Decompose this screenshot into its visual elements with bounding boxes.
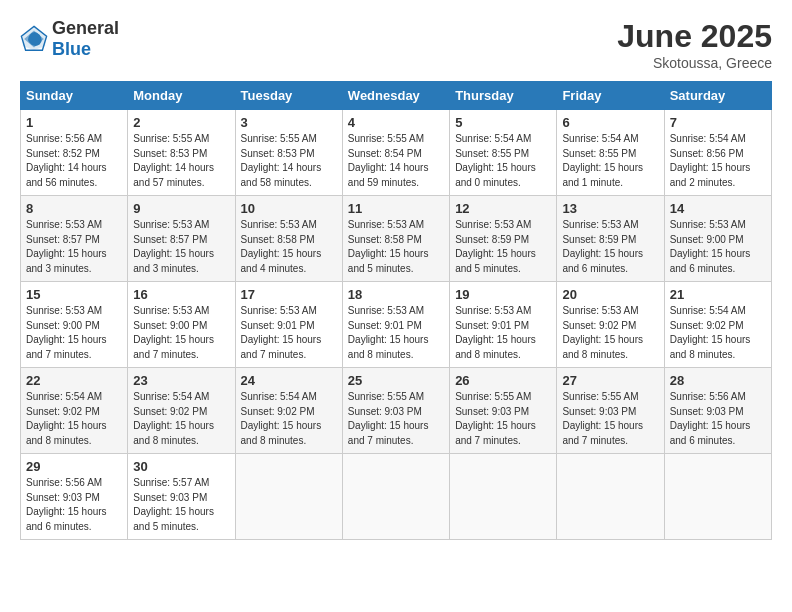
calendar-week-5: 29Sunrise: 5:56 AM Sunset: 9:03 PM Dayli… [21,454,772,540]
calendar-cell [342,454,449,540]
day-number: 10 [241,201,337,216]
day-number: 25 [348,373,444,388]
day-info: Sunrise: 5:55 AM Sunset: 9:03 PM Dayligh… [455,390,551,448]
calendar-cell: 16Sunrise: 5:53 AM Sunset: 9:00 PM Dayli… [128,282,235,368]
day-info: Sunrise: 5:54 AM Sunset: 8:55 PM Dayligh… [455,132,551,190]
day-info: Sunrise: 5:55 AM Sunset: 8:53 PM Dayligh… [133,132,229,190]
calendar-table: SundayMondayTuesdayWednesdayThursdayFrid… [20,81,772,540]
day-info: Sunrise: 5:53 AM Sunset: 8:59 PM Dayligh… [455,218,551,276]
day-number: 24 [241,373,337,388]
day-info: Sunrise: 5:55 AM Sunset: 8:53 PM Dayligh… [241,132,337,190]
calendar-cell: 5Sunrise: 5:54 AM Sunset: 8:55 PM Daylig… [450,110,557,196]
calendar-cell: 7Sunrise: 5:54 AM Sunset: 8:56 PM Daylig… [664,110,771,196]
calendar-cell: 21Sunrise: 5:54 AM Sunset: 9:02 PM Dayli… [664,282,771,368]
day-info: Sunrise: 5:53 AM Sunset: 8:59 PM Dayligh… [562,218,658,276]
day-info: Sunrise: 5:54 AM Sunset: 8:55 PM Dayligh… [562,132,658,190]
calendar-cell [235,454,342,540]
header: General Blue June 2025 Skotoussa, Greece [20,18,772,71]
calendar-cell: 26Sunrise: 5:55 AM Sunset: 9:03 PM Dayli… [450,368,557,454]
day-number: 30 [133,459,229,474]
calendar-cell: 8Sunrise: 5:53 AM Sunset: 8:57 PM Daylig… [21,196,128,282]
logo-blue: Blue [52,39,91,59]
day-header-thursday: Thursday [450,82,557,110]
day-info: Sunrise: 5:57 AM Sunset: 9:03 PM Dayligh… [133,476,229,534]
day-number: 23 [133,373,229,388]
calendar-cell: 9Sunrise: 5:53 AM Sunset: 8:57 PM Daylig… [128,196,235,282]
day-number: 19 [455,287,551,302]
day-number: 29 [26,459,122,474]
day-header-tuesday: Tuesday [235,82,342,110]
calendar-cell [450,454,557,540]
day-info: Sunrise: 5:54 AM Sunset: 9:02 PM Dayligh… [133,390,229,448]
logo-icon [20,25,48,53]
day-info: Sunrise: 5:54 AM Sunset: 8:56 PM Dayligh… [670,132,766,190]
calendar-cell: 23Sunrise: 5:54 AM Sunset: 9:02 PM Dayli… [128,368,235,454]
calendar-cell: 28Sunrise: 5:56 AM Sunset: 9:03 PM Dayli… [664,368,771,454]
calendar-cell: 10Sunrise: 5:53 AM Sunset: 8:58 PM Dayli… [235,196,342,282]
day-number: 26 [455,373,551,388]
day-number: 15 [26,287,122,302]
day-info: Sunrise: 5:53 AM Sunset: 9:00 PM Dayligh… [670,218,766,276]
day-info: Sunrise: 5:53 AM Sunset: 9:01 PM Dayligh… [455,304,551,362]
calendar-cell: 14Sunrise: 5:53 AM Sunset: 9:00 PM Dayli… [664,196,771,282]
day-header-sunday: Sunday [21,82,128,110]
calendar-cell: 29Sunrise: 5:56 AM Sunset: 9:03 PM Dayli… [21,454,128,540]
day-number: 16 [133,287,229,302]
day-info: Sunrise: 5:53 AM Sunset: 8:58 PM Dayligh… [348,218,444,276]
day-number: 5 [455,115,551,130]
day-number: 27 [562,373,658,388]
calendar-header-row: SundayMondayTuesdayWednesdayThursdayFrid… [21,82,772,110]
day-info: Sunrise: 5:53 AM Sunset: 9:01 PM Dayligh… [241,304,337,362]
calendar-cell: 11Sunrise: 5:53 AM Sunset: 8:58 PM Dayli… [342,196,449,282]
day-info: Sunrise: 5:53 AM Sunset: 9:00 PM Dayligh… [26,304,122,362]
calendar-cell: 1Sunrise: 5:56 AM Sunset: 8:52 PM Daylig… [21,110,128,196]
day-number: 22 [26,373,122,388]
day-number: 2 [133,115,229,130]
day-info: Sunrise: 5:56 AM Sunset: 8:52 PM Dayligh… [26,132,122,190]
day-info: Sunrise: 5:55 AM Sunset: 9:03 PM Dayligh… [348,390,444,448]
calendar-cell: 13Sunrise: 5:53 AM Sunset: 8:59 PM Dayli… [557,196,664,282]
day-info: Sunrise: 5:54 AM Sunset: 9:02 PM Dayligh… [26,390,122,448]
calendar-cell: 20Sunrise: 5:53 AM Sunset: 9:02 PM Dayli… [557,282,664,368]
day-number: 4 [348,115,444,130]
day-info: Sunrise: 5:54 AM Sunset: 9:02 PM Dayligh… [241,390,337,448]
calendar-cell: 15Sunrise: 5:53 AM Sunset: 9:00 PM Dayli… [21,282,128,368]
calendar-week-1: 1Sunrise: 5:56 AM Sunset: 8:52 PM Daylig… [21,110,772,196]
calendar-cell [664,454,771,540]
calendar-cell: 22Sunrise: 5:54 AM Sunset: 9:02 PM Dayli… [21,368,128,454]
day-number: 1 [26,115,122,130]
day-info: Sunrise: 5:53 AM Sunset: 9:02 PM Dayligh… [562,304,658,362]
day-number: 13 [562,201,658,216]
calendar-cell: 4Sunrise: 5:55 AM Sunset: 8:54 PM Daylig… [342,110,449,196]
day-header-friday: Friday [557,82,664,110]
calendar-week-2: 8Sunrise: 5:53 AM Sunset: 8:57 PM Daylig… [21,196,772,282]
day-number: 7 [670,115,766,130]
day-number: 12 [455,201,551,216]
day-number: 18 [348,287,444,302]
day-info: Sunrise: 5:53 AM Sunset: 9:01 PM Dayligh… [348,304,444,362]
day-info: Sunrise: 5:54 AM Sunset: 9:02 PM Dayligh… [670,304,766,362]
calendar-cell [557,454,664,540]
logo-general: General [52,18,119,38]
logo: General Blue [20,18,119,60]
day-number: 11 [348,201,444,216]
day-number: 9 [133,201,229,216]
calendar-cell: 30Sunrise: 5:57 AM Sunset: 9:03 PM Dayli… [128,454,235,540]
month-title: June 2025 [617,18,772,55]
day-info: Sunrise: 5:56 AM Sunset: 9:03 PM Dayligh… [26,476,122,534]
day-number: 28 [670,373,766,388]
day-header-wednesday: Wednesday [342,82,449,110]
day-info: Sunrise: 5:53 AM Sunset: 8:57 PM Dayligh… [133,218,229,276]
calendar-cell: 6Sunrise: 5:54 AM Sunset: 8:55 PM Daylig… [557,110,664,196]
day-number: 14 [670,201,766,216]
location-title: Skotoussa, Greece [617,55,772,71]
day-info: Sunrise: 5:56 AM Sunset: 9:03 PM Dayligh… [670,390,766,448]
day-header-monday: Monday [128,82,235,110]
calendar-cell: 12Sunrise: 5:53 AM Sunset: 8:59 PM Dayli… [450,196,557,282]
logo-text: General Blue [52,18,119,60]
calendar-week-4: 22Sunrise: 5:54 AM Sunset: 9:02 PM Dayli… [21,368,772,454]
day-info: Sunrise: 5:53 AM Sunset: 9:00 PM Dayligh… [133,304,229,362]
day-header-saturday: Saturday [664,82,771,110]
title-block: June 2025 Skotoussa, Greece [617,18,772,71]
day-number: 21 [670,287,766,302]
